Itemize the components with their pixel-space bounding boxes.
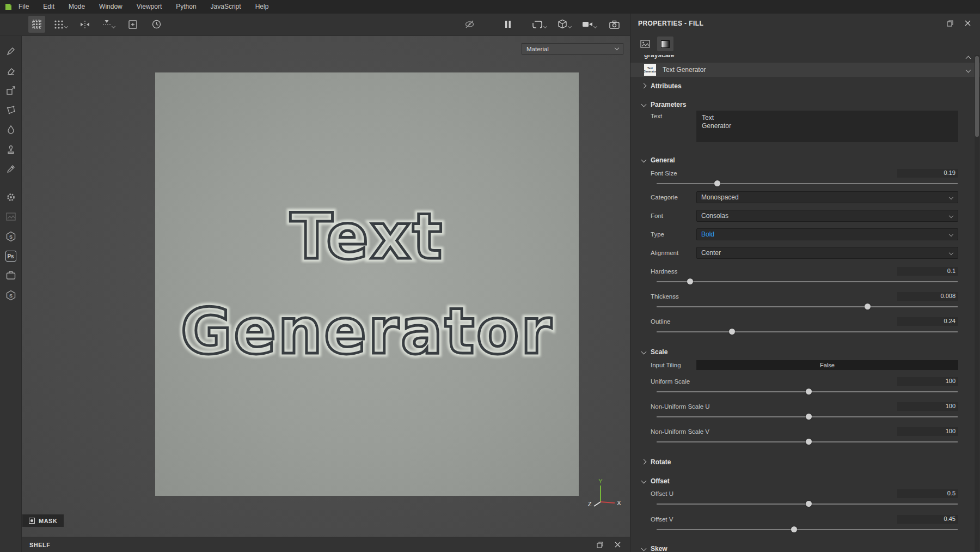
substance-share-plugin[interactable]: S [1, 227, 21, 246]
slider-knob[interactable] [806, 439, 812, 445]
type-dropdown[interactable]: Bold [696, 228, 958, 240]
substance-hexagon-icon: S [5, 290, 16, 301]
outline-value[interactable]: 0.24 [897, 317, 958, 326]
alignment-dropdown[interactable]: Center [696, 247, 958, 259]
viewport-2d[interactable]: Material Text Text Generator Generator Y… [22, 36, 630, 537]
properties-popout-button[interactable] [945, 19, 955, 28]
font-dropdown[interactable]: Consolas [696, 210, 958, 222]
grid-snap-button[interactable] [52, 16, 69, 33]
nonuniform-scale-v-slider[interactable] [657, 436, 958, 447]
menu-file[interactable]: File [11, 0, 36, 14]
camera-view-button[interactable] [581, 16, 598, 33]
menu-window[interactable]: Window [92, 0, 130, 14]
photoshop-export-plugin[interactable]: Ps [1, 246, 21, 266]
polygon-fill-tool[interactable] [1, 100, 21, 120]
stack-item-selected[interactable]: TextGenerator Text Generator [630, 63, 980, 77]
menu-python[interactable]: Python [169, 0, 203, 14]
attributes-section-header[interactable]: Attributes [630, 81, 980, 91]
hardness-value[interactable]: 0.1 [897, 267, 958, 276]
paint-brush-tool[interactable] [1, 41, 21, 61]
projection-icon [6, 86, 16, 95]
uniform-scale-label: Uniform Scale [651, 378, 690, 385]
thickenss-slider[interactable] [657, 301, 958, 312]
nonuniform-scale-v-value[interactable]: 100 [897, 427, 958, 436]
shelf-close-button[interactable] [612, 540, 622, 550]
outline-slider[interactable] [657, 326, 958, 337]
menu-edit[interactable]: Edit [36, 0, 62, 14]
geometry-view-button[interactable] [556, 16, 573, 33]
offset-u-slider[interactable] [657, 499, 958, 509]
categorie-dropdown[interactable]: Monospaced [696, 191, 958, 203]
axis-y-label: Y [598, 478, 603, 484]
screenshot-button[interactable] [606, 16, 623, 33]
slider-knob[interactable] [806, 414, 812, 420]
add-layer-frame-button[interactable] [124, 16, 141, 33]
uniform-scale-slider[interactable] [657, 386, 958, 397]
input-tiling-toggle[interactable]: False [696, 360, 958, 370]
chevron-down-icon [949, 232, 953, 236]
fill-mode-tabs [630, 33, 980, 55]
categorie-row: Categorie Monospaced [651, 191, 958, 203]
material-image-icon [640, 40, 650, 48]
popout-icon [947, 20, 953, 27]
nonuniform-scale-v-row: Non-Uniform Scale V 100 [651, 427, 958, 436]
tab-grayscale-mode[interactable] [657, 37, 673, 51]
hardness-slider[interactable] [657, 276, 958, 287]
shelf-popout-button[interactable] [595, 540, 605, 550]
display-settings-button[interactable] [531, 16, 548, 33]
menu-javascript[interactable]: JavaScript [204, 0, 248, 14]
rotate-section-header[interactable]: Rotate [630, 457, 980, 467]
properties-header: PROPERTIES - FILL [630, 14, 980, 33]
smudge-tool[interactable] [1, 120, 21, 139]
offset-u-value[interactable]: 0.5 [897, 489, 958, 498]
font-size-row: Font Size 0.19 [651, 168, 958, 178]
font-size-slider[interactable] [657, 178, 958, 189]
scale-section-header[interactable]: Scale [630, 347, 980, 357]
slider-knob[interactable] [865, 304, 871, 310]
text-param-input[interactable]: Text Generator [696, 111, 958, 142]
slider-knob[interactable] [687, 278, 693, 284]
dot-grid-icon [54, 20, 64, 29]
symmetry-x-button[interactable] [76, 16, 93, 33]
effects-settings-plugin[interactable] [1, 187, 21, 207]
image-resources-plugin[interactable] [1, 207, 21, 227]
tab-material-mode[interactable] [637, 37, 653, 51]
offset-v-slider[interactable] [657, 524, 958, 535]
transform-tool-button[interactable] [28, 16, 45, 33]
clone-stamp-tool[interactable] [1, 139, 21, 159]
slider-knob[interactable] [806, 501, 812, 507]
nonuniform-scale-u-slider[interactable] [657, 411, 958, 422]
menu-help[interactable]: Help [248, 0, 276, 14]
uniform-scale-value[interactable]: 100 [897, 377, 958, 386]
menu-viewport[interactable]: Viewport [130, 0, 169, 14]
nonuniform-scale-u-value[interactable]: 100 [897, 402, 958, 411]
eraser-tool[interactable] [1, 61, 21, 81]
material-channel-dropdown[interactable]: Material [522, 43, 623, 54]
pause-engine-button[interactable] [499, 16, 516, 33]
thickenss-value[interactable]: 0.008 [897, 292, 958, 301]
font-size-value[interactable]: 0.19 [897, 169, 958, 178]
projection-tool[interactable] [1, 81, 21, 100]
slider-knob[interactable] [714, 180, 720, 186]
slider-knob[interactable] [729, 329, 735, 335]
stack-item-previous[interactable]: grayscale [630, 55, 980, 63]
color-picker-tool[interactable] [1, 159, 21, 179]
projection-visibility-button[interactable] [461, 16, 478, 33]
slider-knob[interactable] [791, 526, 797, 532]
skew-section-header[interactable]: Skew [630, 544, 980, 552]
substance-source-plugin[interactable]: S [1, 286, 21, 305]
properties-scrollbar[interactable] [975, 55, 979, 551]
scrollbar-thumb[interactable] [975, 56, 979, 137]
history-button[interactable] [148, 16, 165, 33]
general-section-header[interactable]: General [630, 155, 980, 165]
parameters-section-header[interactable]: Parameters [630, 100, 980, 110]
symmetry-y-button[interactable] [100, 16, 117, 33]
menu-mode[interactable]: Mode [62, 0, 92, 14]
mask-tab[interactable]: MASK [22, 514, 64, 527]
offset-v-value[interactable]: 0.45 [897, 515, 958, 524]
offset-section-header[interactable]: Offset [630, 476, 980, 486]
resources-updater-plugin[interactable] [1, 266, 21, 286]
slider-knob[interactable] [806, 389, 812, 395]
paint-canvas[interactable]: Text Text Generator Generator [155, 72, 579, 496]
properties-close-button[interactable] [963, 19, 972, 28]
